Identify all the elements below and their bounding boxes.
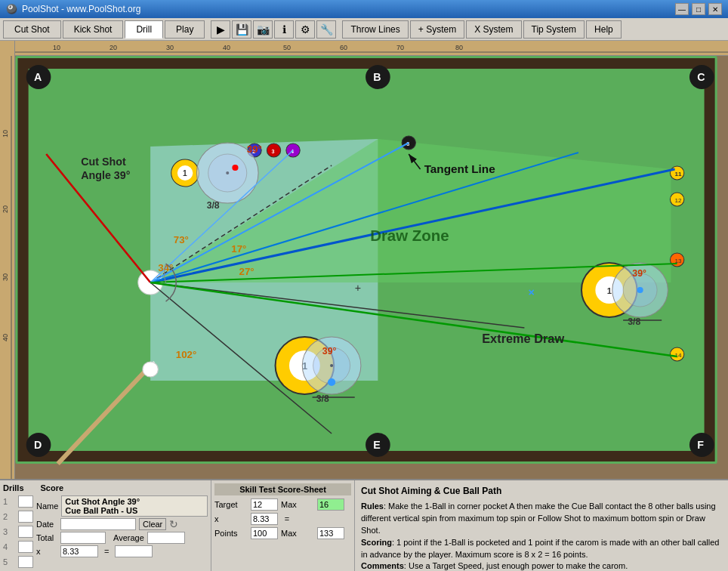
max-label: Max [281,500,314,509]
svg-text:1: 1 [607,286,612,295]
points-max-input[interactable] [317,527,344,539]
name-display: Cut Shot Angle 39° Cue Ball Path - US [61,495,208,517]
settings-icon-btn[interactable]: ⚙ [295,20,315,39]
svg-text:40: 40 [2,334,9,341]
x-row: x = [36,545,208,557]
x-input[interactable] [60,545,98,557]
plus-system-button[interactable]: + System [410,20,464,39]
svg-text:50: 50 [283,44,291,51]
svg-text:C: C [697,71,705,83]
max-input[interactable] [317,498,344,511]
clear-button[interactable]: Clear [139,518,166,530]
svg-text:×: × [529,286,535,298]
svg-text:3/8: 3/8 [628,316,640,327]
rules-label: Rules [361,502,384,511]
name-line1: Cut Shot Angle 39° [65,497,140,506]
svg-text:+: + [355,282,361,294]
name-line2: Cue Ball Path - US [65,506,137,515]
total-input[interactable] [60,532,106,544]
maximize-button[interactable]: □ [692,3,705,15]
help-button[interactable]: Help [586,20,622,39]
tip-system-button[interactable]: Tip System [523,20,585,39]
svg-text:17°: 17° [231,243,246,255]
comments-label: Comments [361,561,404,570]
desc-text: Rules: Make the 1-Ball in corner pocket … [361,501,722,571]
target-input[interactable] [251,498,278,511]
comments-text: : Use a Target Speed, just enough power … [404,561,628,570]
score-row-3: 3 [3,526,33,538]
rules-text: : Make the 1-Ball in corner pocket A the… [361,502,716,535]
bottom-panel: Drills Score 1 2 3 4 [0,479,728,571]
svg-text:73°: 73° [174,234,189,245]
eq-label: = [104,547,109,556]
close-button[interactable]: ✕ [708,3,722,15]
average-input[interactable] [147,532,185,544]
x-system-button[interactable]: X System [466,20,521,39]
score-box-5[interactable] [18,556,33,568]
camera-icon-btn[interactable]: 📷 [253,20,273,39]
tab-cut-shot[interactable]: Cut Shot [3,20,61,39]
x-score-row: x = [214,513,351,525]
svg-text:D: D [34,439,42,451]
name-label: Name [36,502,58,511]
tools-icon-btn[interactable]: 🔧 [316,20,336,39]
scoring-label: Scoring [361,538,392,547]
points-input[interactable] [251,527,278,539]
svg-point-79 [143,362,158,377]
svg-text:E: E [373,439,381,451]
app-icon: 🎱 [6,4,17,14]
score-row-1: 1 [3,495,33,508]
svg-text:102°: 102° [176,349,196,360]
info-icon-btn[interactable]: ℹ [274,20,294,39]
titlebar-controls: — □ ✕ [675,3,722,15]
desc-title: Cut Shot Aiming & Cue Ball Path [361,485,722,498]
svg-text:20: 20 [110,44,117,51]
svg-point-53 [208,154,247,192]
score-box-4[interactable] [18,541,33,553]
tab-kick-shot[interactable]: Kick Shot [63,20,124,39]
svg-text:Extreme Draw: Extreme Draw [482,332,564,345]
play-icon-btn[interactable]: ▶ [211,20,230,39]
svg-text:10: 10 [53,44,60,51]
score-box-2[interactable] [18,511,33,523]
titlebar-left: 🎱 PoolShot - www.PoolShot.org [6,4,140,14]
svg-text:80: 80 [455,44,463,51]
score-label: Score [41,483,64,492]
save-icon-btn[interactable]: 💾 [232,20,251,39]
throw-lines-button[interactable]: Throw Lines [342,20,408,39]
target-label: Target [214,500,248,509]
points-label: Points [214,529,248,538]
svg-text:12: 12 [675,197,683,204]
ss-x-input[interactable] [251,513,278,525]
total-label: Total [36,533,57,542]
svg-text:40: 40 [223,44,230,51]
tab-play[interactable]: Play [165,20,205,39]
svg-text:B: B [373,71,381,83]
svg-text:30: 30 [166,44,174,51]
score-row-5: 5 [3,556,33,568]
ruler-left: 10 20 30 40 [0,41,15,479]
svg-text:30: 30 [2,273,9,281]
score-box-1[interactable] [18,495,33,508]
svg-text:Draw Zone: Draw Zone [370,227,449,244]
svg-text:Tangent Line: Tangent Line [424,162,495,175]
minimize-button[interactable]: — [675,3,689,15]
tab-drill[interactable]: Drill [125,20,163,39]
drills-label: Drills [3,483,24,492]
svg-text:3: 3 [271,149,274,154]
date-input[interactable] [60,518,136,530]
ruler-top: 10 20 30 40 50 60 70 80 [0,41,728,56]
score-box-3[interactable] [18,526,33,538]
pool-table-area[interactable]: 10 20 30 40 50 60 70 80 10 20 30 40 [0,41,728,479]
app-title: PoolShot - www.PoolShot.org [22,4,140,14]
svg-point-63 [328,378,335,386]
result-input[interactable] [115,545,153,557]
svg-point-73 [637,287,643,293]
svg-text:3/8: 3/8 [207,200,220,211]
menubar: Cut Shot Kick Shot Drill Play ▶ 💾 📷 ℹ ⚙ … [0,18,728,41]
scoresheet-title: Skill Test Score-Sheet [214,483,351,495]
points-max-label: Max [281,529,314,538]
refresh-icon[interactable]: ↻ [169,518,178,530]
average-label: Average [113,533,144,542]
ss-x-label: x [214,514,248,523]
